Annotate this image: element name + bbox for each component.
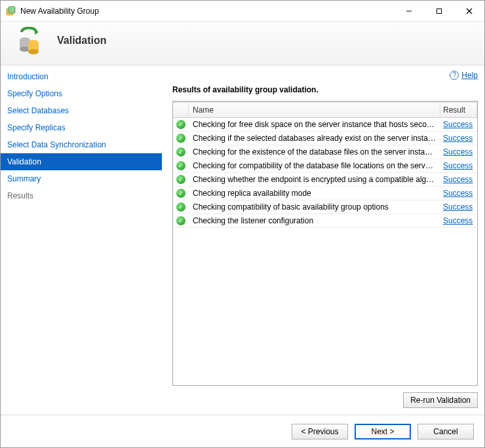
- status-icon-cell: ✓: [173, 120, 189, 129]
- table-row: ✓Checking compatibility of basic availab…: [173, 200, 477, 214]
- svg-rect-1: [9, 7, 15, 13]
- success-icon: ✓: [176, 134, 185, 143]
- check-name: Checking for the existence of the databa…: [189, 147, 440, 157]
- check-result: Success: [440, 159, 477, 173]
- check-name: Checking compatibility of basic availabi…: [189, 202, 440, 212]
- check-result: Success: [440, 172, 477, 187]
- status-icon-cell: ✓: [173, 134, 189, 143]
- check-name: Checking the listener configuration: [189, 216, 440, 225]
- check-name: Checking for compatibility of the databa…: [189, 161, 440, 170]
- sidebar-item-results: Results: [1, 187, 162, 204]
- help-icon: ?: [450, 71, 459, 80]
- validation-subtitle: Results of availability group validation…: [172, 84, 478, 101]
- status-icon-cell: ✓: [173, 216, 189, 225]
- success-icon: ✓: [176, 120, 185, 129]
- main-panel: ? Help Results of availability group val…: [162, 65, 484, 415]
- status-icon-cell: ✓: [173, 161, 189, 170]
- rerun-validation-button[interactable]: Re-run Validation: [403, 392, 478, 408]
- success-icon: ✓: [176, 161, 185, 170]
- maximize-button[interactable]: [424, 1, 454, 21]
- help-row: ? Help: [172, 71, 478, 84]
- check-result: Success: [440, 131, 477, 145]
- sidebar-item-introduction[interactable]: Introduction: [1, 68, 162, 85]
- result-link[interactable]: Success: [443, 189, 473, 198]
- status-icon-cell: ✓: [173, 147, 189, 157]
- table-row: ✓Checking whether the endpoint is encryp…: [173, 173, 477, 187]
- status-icon-cell: ✓: [173, 189, 189, 198]
- success-icon: ✓: [176, 189, 185, 198]
- sidebar-item-select-data-sync[interactable]: Select Data Synchronization: [1, 136, 162, 153]
- check-name: Checking if the selected databases alrea…: [189, 134, 440, 143]
- success-icon: ✓: [176, 147, 185, 157]
- sidebar-item-select-databases[interactable]: Select Databases: [1, 102, 162, 119]
- result-link[interactable]: Success: [443, 147, 473, 157]
- col-status: [173, 103, 189, 117]
- sidebar-item-summary[interactable]: Summary: [1, 170, 162, 187]
- table-row: ✓Checking for free disk space on the ser…: [173, 118, 477, 132]
- svg-rect-3: [437, 9, 442, 13]
- wizard-footer: < Previous Next > Cancel: [1, 415, 484, 447]
- sidebar: Introduction Specify Options Select Data…: [1, 65, 162, 415]
- page-title: Validation: [57, 35, 107, 47]
- body: Introduction Specify Options Select Data…: [1, 65, 484, 415]
- check-result: Success: [440, 214, 477, 228]
- next-button[interactable]: Next >: [355, 424, 411, 439]
- check-result: Success: [440, 145, 477, 159]
- success-icon: ✓: [176, 202, 185, 212]
- sidebar-item-validation[interactable]: Validation: [1, 153, 162, 170]
- sidebar-item-specify-options[interactable]: Specify Options: [1, 85, 162, 102]
- svg-point-12: [28, 49, 39, 54]
- result-link[interactable]: Success: [443, 120, 473, 129]
- table-row: ✓Checking for the existence of the datab…: [173, 145, 477, 159]
- table-row: ✓Checking the listener configurationSucc…: [173, 214, 477, 228]
- status-icon-cell: ✓: [173, 202, 189, 212]
- success-icon: ✓: [176, 175, 185, 184]
- previous-button[interactable]: < Previous: [292, 424, 348, 439]
- app-icon: [6, 6, 16, 16]
- check-result: Success: [440, 118, 477, 132]
- window-controls: [394, 1, 484, 21]
- check-name: Checking replica availability mode: [189, 189, 440, 198]
- col-result-header[interactable]: Result: [440, 103, 477, 117]
- grid-body: ✓Checking for free disk space on the ser…: [173, 118, 477, 385]
- help-link[interactable]: Help: [461, 71, 478, 80]
- result-link[interactable]: Success: [443, 216, 473, 225]
- result-link[interactable]: Success: [443, 161, 473, 170]
- header: Validation: [1, 22, 484, 65]
- success-icon: ✓: [176, 216, 185, 225]
- status-icon-cell: ✓: [173, 175, 189, 184]
- close-button[interactable]: [454, 1, 484, 21]
- titlebar: New Availability Group: [1, 1, 484, 22]
- result-link[interactable]: Success: [443, 202, 473, 212]
- table-row: ✓Checking if the selected databases alre…: [173, 132, 477, 145]
- check-name: Checking for free disk space on the serv…: [189, 120, 440, 129]
- check-result: Success: [440, 200, 477, 214]
- check-name: Checking whether the endpoint is encrypt…: [189, 175, 440, 184]
- result-link[interactable]: Success: [443, 175, 473, 184]
- table-row: ✓Checking replica availability modeSucce…: [173, 187, 477, 200]
- grid-header: Name Result: [173, 102, 477, 118]
- validation-actions: Re-run Validation: [172, 386, 478, 408]
- table-row: ✓Checking for compatibility of the datab…: [173, 159, 477, 173]
- validation-grid: Name Result ✓Checking for free disk spac…: [172, 101, 478, 386]
- cancel-button[interactable]: Cancel: [417, 424, 474, 439]
- window-title: New Availability Group: [20, 7, 394, 16]
- result-link[interactable]: Success: [443, 134, 473, 143]
- col-name-header[interactable]: Name: [189, 103, 440, 117]
- minimize-button[interactable]: [394, 1, 424, 21]
- wizard-header-icon: [16, 27, 44, 54]
- check-result: Success: [440, 186, 477, 200]
- sidebar-item-specify-replicas[interactable]: Specify Replicas: [1, 119, 162, 136]
- wizard-window: New Availability Group: [0, 0, 485, 448]
